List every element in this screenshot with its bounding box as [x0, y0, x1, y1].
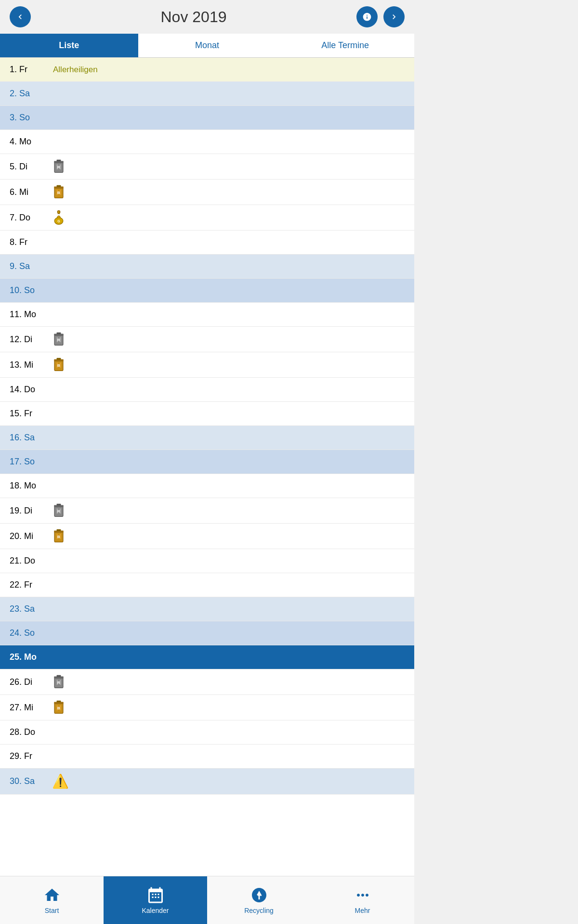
svg-text:B: B — [57, 706, 60, 710]
day-label: 4. Mo — [10, 137, 48, 147]
day-label: 5. Di — [10, 162, 48, 172]
day-row[interactable]: 20. Mi B — [0, 524, 414, 549]
tab-alle-termine[interactable]: Alle Termine — [276, 34, 414, 57]
day-row[interactable]: 21. Do — [0, 549, 414, 573]
day-label: 9. Sa — [10, 261, 48, 271]
day-row[interactable]: 4. Mo — [0, 130, 414, 154]
nav-start[interactable]: Start — [0, 876, 104, 924]
day-row[interactable]: 11. Mo — [0, 303, 414, 327]
day-label: 18. Mo — [10, 481, 48, 491]
warning-icon: ⚠️ — [52, 773, 69, 789]
gold-bin-icon: B — [52, 528, 66, 544]
bottom-navigation: Start Kalender Recycling Mehr — [0, 876, 414, 924]
svg-rect-35 — [57, 529, 61, 531]
day-label: 8. Fr — [10, 237, 48, 247]
day-row[interactable]: 8. Fr — [0, 231, 414, 255]
next-month-button[interactable] — [383, 6, 405, 27]
tab-liste[interactable]: Liste — [0, 34, 138, 57]
recycle-icon — [250, 886, 268, 904]
holiday-text: Allerheiligen — [53, 65, 98, 75]
day-row[interactable]: 28. Do — [0, 720, 414, 744]
day-row[interactable]: 12. Di R — [0, 327, 414, 352]
day-label: 11. Mo — [10, 309, 48, 320]
day-label: 15. Fr — [10, 409, 48, 419]
day-row[interactable]: 14. Do — [0, 378, 414, 402]
day-row[interactable]: 9. Sa — [0, 255, 414, 279]
header: Nov 2019 — [0, 0, 414, 34]
icon-container: R — [52, 332, 66, 347]
prev-month-button[interactable] — [10, 6, 31, 27]
day-row[interactable]: 15. Fr — [0, 402, 414, 426]
day-row[interactable]: 19. Di R — [0, 498, 414, 524]
day-label: 7. Do — [10, 213, 48, 223]
svg-rect-2 — [57, 160, 61, 162]
svg-text:R: R — [57, 338, 60, 342]
svg-text:B: B — [57, 535, 60, 539]
gold-bin-icon: B — [52, 700, 66, 715]
svg-text:B: B — [57, 363, 60, 368]
day-row[interactable]: 29. Fr — [0, 744, 414, 769]
day-label: 23. Sa — [10, 604, 48, 614]
day-row[interactable]: 23. Sa — [0, 597, 414, 621]
day-label: 10. So — [10, 285, 48, 295]
day-label: 3. So — [10, 113, 48, 123]
day-label: 25. Mo — [10, 652, 48, 662]
day-label: 29. Fr — [10, 751, 48, 761]
svg-rect-17 — [57, 333, 61, 334]
icon-container: B — [52, 700, 66, 715]
svg-rect-29 — [57, 504, 61, 506]
day-label: 21. Do — [10, 556, 48, 566]
day-row[interactable]: 27. Mi B — [0, 695, 414, 720]
gold-bin-icon: B — [52, 184, 66, 200]
gold-bin-icon: B — [52, 357, 66, 372]
day-row[interactable]: 5. Di R — [0, 154, 414, 180]
day-label: 24. So — [10, 628, 48, 638]
day-row[interactable]: 26. Di R — [0, 669, 414, 695]
day-label: 22. Fr — [10, 580, 48, 590]
icon-container: ⚠️ — [52, 773, 69, 789]
day-label: 2. Sa — [10, 89, 48, 99]
day-row[interactable]: 7. Do G — [0, 205, 414, 231]
day-row[interactable]: 22. Fr — [0, 573, 414, 597]
dots-icon — [354, 886, 371, 904]
gray-bin-icon: R — [52, 159, 66, 174]
svg-rect-41 — [57, 675, 61, 677]
day-row[interactable]: 6. Mi B — [0, 180, 414, 205]
icon-container: R — [52, 159, 66, 174]
tab-monat[interactable]: Monat — [138, 34, 276, 57]
day-row[interactable]: 1. FrAllerheiligen — [0, 58, 414, 82]
day-row[interactable]: 16. Sa — [0, 426, 414, 450]
svg-text:G: G — [57, 219, 60, 223]
icon-container: B — [52, 184, 66, 200]
svg-text:R: R — [57, 509, 60, 513]
icon-container: B — [52, 357, 66, 372]
gray-bin-icon: R — [52, 332, 66, 347]
calendar-list: 1. FrAllerheiligen2. Sa3. So4. Mo5. Di R… — [0, 58, 414, 876]
day-row[interactable]: 25. Mo — [0, 645, 414, 669]
day-row[interactable]: 24. So — [0, 621, 414, 645]
day-label: 17. So — [10, 457, 48, 467]
day-label: 12. Di — [10, 334, 48, 345]
day-row[interactable]: 10. So — [0, 279, 414, 303]
nav-mehr[interactable]: Mehr — [311, 876, 414, 924]
day-row[interactable]: 17. So — [0, 450, 414, 474]
nav-kalender[interactable]: Kalender — [104, 876, 207, 924]
yellow-sack-icon: G — [52, 210, 66, 225]
day-label: 26. Di — [10, 677, 48, 687]
day-row[interactable]: 3. So — [0, 106, 414, 130]
day-label: 13. Mi — [10, 360, 48, 370]
day-row[interactable]: 2. Sa — [0, 82, 414, 106]
day-label: 6. Mi — [10, 187, 48, 197]
svg-text:R: R — [57, 165, 60, 169]
day-row[interactable]: 13. Mi B — [0, 352, 414, 378]
icon-container: R — [52, 674, 66, 690]
day-label: 30. Sa — [10, 776, 48, 786]
day-row[interactable]: 30. Sa⚠️ — [0, 769, 414, 795]
month-title: Nov 2019 — [161, 8, 227, 26]
info-button[interactable] — [356, 6, 378, 27]
gray-bin-icon: R — [52, 503, 66, 518]
day-row[interactable]: 18. Mo — [0, 474, 414, 498]
day-label: 1. Fr — [10, 64, 48, 75]
svg-rect-8 — [57, 185, 61, 187]
nav-recycling[interactable]: Recycling — [207, 876, 311, 924]
